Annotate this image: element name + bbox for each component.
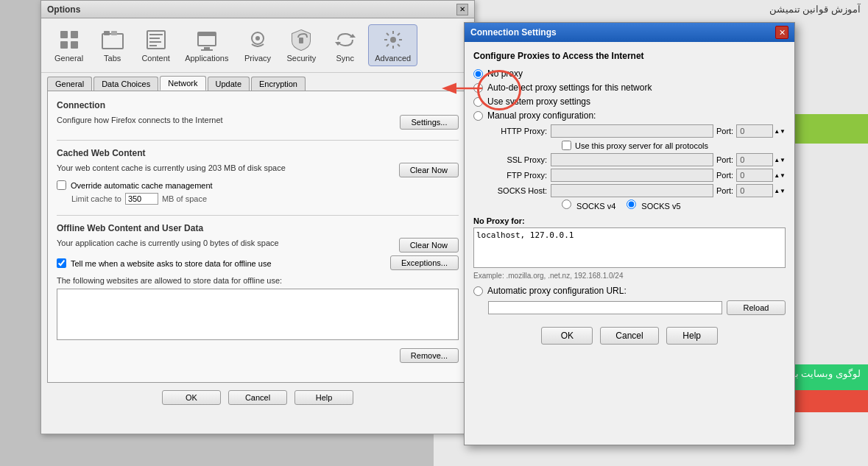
socks-port-label: Port: xyxy=(716,186,733,195)
offline-desc: Your application cache is currently usin… xyxy=(57,239,279,247)
conn-close-button[interactable]: ✕ xyxy=(775,26,788,39)
ftp-proxy-label: FTP Proxy: xyxy=(488,171,551,180)
tab-update[interactable]: Update xyxy=(208,77,250,91)
svg-rect-14 xyxy=(204,47,210,49)
conn-dialog-title: Connection Settings xyxy=(470,27,557,38)
use-for-all-checkbox[interactable] xyxy=(562,141,571,150)
toolbar-general[interactable]: General xyxy=(49,25,89,66)
cache-section: Cached Web Content Your web content cach… xyxy=(57,148,459,205)
content-icon xyxy=(144,28,168,52)
auto-proxy-url-radio[interactable] xyxy=(473,286,483,296)
system-proxy-label: Use system proxy settings xyxy=(487,96,590,107)
use-for-all-row: Use this proxy server for all protocols xyxy=(562,141,786,150)
no-proxy-row: No proxy xyxy=(473,68,786,79)
options-cancel-button[interactable]: Cancel xyxy=(228,390,287,405)
override-cache-label: Override automatic cache management xyxy=(71,181,213,190)
conn-ok-button[interactable]: OK xyxy=(541,327,593,345)
offline-sites-textarea[interactable] xyxy=(57,289,459,340)
socks-v4-label: SOCKS v4 xyxy=(576,202,615,211)
toolbar-security-label: Security xyxy=(286,54,316,63)
ssl-proxy-row: SSL Proxy: Port: ▲▼ xyxy=(488,153,786,166)
toolbar-applications[interactable]: Applications xyxy=(179,25,234,66)
auto-detect-row: Auto-detect proxy settings for this netw… xyxy=(473,82,786,93)
tab-encryption[interactable]: Encryption xyxy=(251,77,306,91)
exceptions-button[interactable]: Exceptions... xyxy=(390,255,459,270)
options-titlebar: Options ✕ xyxy=(41,1,474,18)
ssl-port-label: Port: xyxy=(716,155,733,164)
svg-rect-11 xyxy=(149,45,157,46)
ssl-proxy-label: SSL Proxy: xyxy=(488,155,551,164)
no-proxy-example: Example: .mozilla.org, .net.nz, 192.168.… xyxy=(473,272,786,280)
system-proxy-radio[interactable] xyxy=(473,97,483,107)
options-help-button[interactable]: Help xyxy=(294,390,353,405)
override-cache-checkbox[interactable] xyxy=(57,180,66,190)
advanced-icon xyxy=(381,28,405,52)
options-ok-button[interactable]: OK xyxy=(162,390,221,405)
socks-port-spinner: ▲▼ xyxy=(774,188,786,194)
reload-button[interactable]: Reload xyxy=(727,300,786,315)
svg-rect-10 xyxy=(149,41,161,43)
toolbar-applications-label: Applications xyxy=(185,54,228,63)
auto-proxy-url-input[interactable] xyxy=(488,301,722,314)
tab-general[interactable]: General xyxy=(47,77,92,91)
offline-section: Offline Web Content and User Data Your a… xyxy=(57,223,459,363)
tell-me-checkbox[interactable] xyxy=(57,258,66,268)
toolbar-advanced[interactable]: Advanced xyxy=(368,24,417,66)
toolbar-sync[interactable]: Sync xyxy=(325,25,365,66)
options-close-button[interactable]: ✕ xyxy=(456,4,468,15)
no-proxy-for-label: No Proxy for: xyxy=(473,216,786,225)
no-proxy-for-textarea[interactable]: localhost, 127.0.0.1 xyxy=(473,227,786,268)
svg-rect-6 xyxy=(111,31,117,35)
sync-icon xyxy=(334,28,357,52)
auto-proxy-url-row: Automatic proxy configuration URL: xyxy=(473,286,786,296)
settings-button[interactable]: Settings... xyxy=(400,115,459,130)
tell-me-row: Tell me when a website asks to store dat… xyxy=(57,258,390,268)
svg-rect-3 xyxy=(71,41,78,49)
socks-host-label: SOCKS Host: xyxy=(488,186,551,195)
toolbar-privacy[interactable]: Privacy xyxy=(237,25,278,66)
limit-cache-row: Limit cache to MB of space xyxy=(71,193,459,205)
socks-v4-radio[interactable] xyxy=(562,200,571,209)
tab-strip: General Data Choices Network Update Encr… xyxy=(41,73,474,91)
toolbar-privacy-label: Privacy xyxy=(244,54,271,63)
ftp-proxy-input[interactable] xyxy=(551,169,713,182)
socks-port-input[interactable] xyxy=(736,184,773,197)
toolbar-tabs[interactable]: Tabs xyxy=(92,25,133,66)
applications-icon xyxy=(195,28,219,52)
socks-host-input[interactable] xyxy=(551,184,713,197)
conn-cancel-button[interactable]: Cancel xyxy=(600,327,658,345)
auto-detect-radio[interactable] xyxy=(473,83,483,93)
remove-button[interactable]: Remove... xyxy=(400,348,459,363)
ssl-port-input[interactable] xyxy=(736,153,773,166)
manual-config-fields: HTTP Proxy: Port: ▲▼ Use this proxy serv… xyxy=(488,124,786,211)
manual-proxy-radio[interactable] xyxy=(473,111,483,121)
ftp-port-label: Port: xyxy=(716,171,733,180)
options-bottom-buttons: OK Cancel Help xyxy=(41,383,474,412)
ftp-port-spinner: ▲▼ xyxy=(774,172,786,179)
options-toolbar: General Tabs Content Applications Privac… xyxy=(41,18,474,73)
no-proxy-radio[interactable] xyxy=(473,69,483,79)
tab-data-choices[interactable]: Data Choices xyxy=(93,77,158,91)
http-proxy-row: HTTP Proxy: Port: ▲▼ xyxy=(488,124,786,138)
override-cache-row: Override automatic cache management xyxy=(57,180,459,190)
cache-clear-button[interactable]: Clear Now xyxy=(399,163,459,177)
ssl-proxy-input[interactable] xyxy=(551,153,713,166)
conn-body: Configure Proxies to Access the Internet… xyxy=(465,42,794,361)
limit-cache-input[interactable] xyxy=(125,193,158,205)
http-port-input[interactable] xyxy=(736,124,773,138)
socks-v5-radio[interactable] xyxy=(627,200,636,209)
separator-2 xyxy=(57,215,459,216)
toolbar-content[interactable]: Content xyxy=(135,25,176,66)
manual-proxy-label: Manual proxy configuration: xyxy=(487,110,596,121)
general-icon xyxy=(57,28,81,52)
toolbar-content-label: Content xyxy=(141,54,170,63)
conn-help-button[interactable]: Help xyxy=(666,327,718,345)
svg-rect-15 xyxy=(201,49,213,51)
connection-desc: Configure how Firefox connects to the In… xyxy=(57,116,223,124)
http-proxy-input[interactable] xyxy=(551,124,713,138)
offline-clear-button[interactable]: Clear Now xyxy=(399,238,459,253)
toolbar-security[interactable]: Security xyxy=(280,25,322,66)
tab-network[interactable]: Network xyxy=(160,76,205,91)
ftp-port-input[interactable] xyxy=(736,169,773,182)
ftp-proxy-row: FTP Proxy: Port: ▲▼ xyxy=(488,169,786,182)
